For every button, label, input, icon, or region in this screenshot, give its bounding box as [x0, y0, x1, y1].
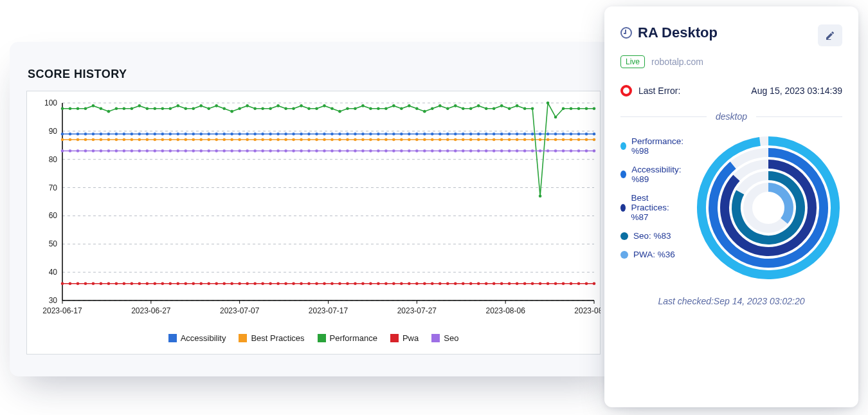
svg-point-127 — [253, 138, 257, 142]
svg-point-166 — [554, 138, 557, 142]
legend-item[interactable]: Seo — [431, 333, 458, 343]
svg-point-338 — [261, 149, 264, 152]
svg-point-199 — [269, 107, 272, 110]
svg-point-216 — [400, 107, 403, 110]
legend-label: Pwa — [402, 333, 419, 343]
legend-item[interactable]: Pwa — [390, 333, 419, 343]
svg-point-371 — [516, 149, 519, 152]
svg-point-348 — [338, 149, 341, 152]
svg-point-83 — [454, 133, 457, 136]
svg-point-339 — [269, 149, 272, 152]
site-url[interactable]: robotalp.com — [651, 57, 703, 67]
svg-point-267 — [253, 282, 257, 285]
svg-point-266 — [246, 282, 249, 285]
svg-point-80 — [431, 133, 434, 136]
svg-point-306 — [554, 282, 557, 285]
svg-point-375 — [547, 149, 550, 152]
svg-point-74 — [384, 133, 388, 136]
svg-point-120 — [199, 138, 203, 142]
svg-point-130 — [276, 138, 280, 142]
svg-point-237 — [562, 107, 565, 110]
svg-point-378 — [570, 149, 573, 152]
metric-item: Best Practices: %87 — [620, 193, 685, 222]
svg-point-142 — [369, 138, 372, 142]
svg-point-78 — [415, 133, 419, 136]
svg-point-39 — [115, 133, 118, 136]
svg-point-287 — [408, 282, 411, 285]
legend-item[interactable]: Best Practices — [239, 333, 304, 343]
svg-point-139 — [346, 138, 349, 142]
svg-point-32 — [61, 133, 64, 136]
score-history-line-chart[interactable]: 304050607080901002023-06-172023-06-27202… — [27, 91, 601, 329]
line-chart-card: 304050607080901002023-06-172023-06-27202… — [26, 91, 601, 355]
svg-point-225 — [469, 107, 473, 110]
svg-point-123 — [222, 138, 226, 142]
svg-point-323 — [146, 149, 149, 152]
svg-point-180 — [123, 107, 126, 110]
svg-point-342 — [292, 149, 295, 152]
svg-point-307 — [562, 282, 565, 285]
svg-point-62 — [292, 133, 295, 136]
svg-point-157 — [485, 138, 488, 142]
svg-point-373 — [531, 149, 534, 152]
svg-point-89 — [500, 133, 503, 136]
svg-point-258 — [184, 282, 187, 285]
svg-point-264 — [230, 282, 233, 285]
svg-point-360 — [431, 149, 434, 152]
svg-point-363 — [454, 149, 457, 152]
svg-point-60 — [276, 133, 280, 136]
edit-button[interactable] — [818, 24, 842, 46]
svg-point-368 — [493, 149, 496, 152]
svg-point-315 — [84, 149, 87, 152]
svg-point-282 — [369, 282, 372, 285]
legend-item[interactable]: Accessibility — [168, 333, 226, 343]
svg-point-101 — [593, 133, 596, 136]
svg-point-167 — [562, 138, 565, 142]
svg-point-138 — [338, 138, 341, 142]
svg-point-143 — [377, 138, 380, 142]
live-badge: Live — [620, 55, 645, 68]
svg-point-322 — [138, 149, 141, 152]
svg-point-369 — [500, 149, 503, 152]
svg-point-256 — [168, 282, 172, 285]
svg-point-182 — [138, 104, 141, 107]
svg-point-187 — [176, 104, 179, 107]
svg-point-53 — [222, 133, 226, 136]
svg-point-344 — [307, 149, 311, 152]
svg-point-268 — [261, 282, 264, 285]
svg-point-137 — [330, 138, 334, 142]
svg-point-302 — [523, 282, 527, 285]
svg-point-163 — [531, 138, 534, 142]
svg-point-221 — [439, 104, 442, 107]
legend-swatch — [168, 334, 177, 342]
svg-point-290 — [431, 282, 434, 285]
metrics-list: Performance: %98Accessibility: %89Best P… — [620, 134, 685, 259]
radial-gauge-chart[interactable] — [694, 134, 842, 282]
svg-point-134 — [307, 138, 311, 142]
legend-label: Performance — [330, 333, 377, 343]
legend-item[interactable]: Performance — [318, 333, 377, 343]
svg-point-200 — [276, 104, 280, 107]
svg-point-313 — [69, 149, 72, 152]
svg-text:80: 80 — [49, 155, 58, 164]
svg-point-112 — [138, 138, 141, 142]
svg-point-253 — [146, 282, 149, 285]
svg-point-38 — [107, 133, 111, 136]
svg-point-355 — [392, 149, 395, 152]
svg-point-197 — [253, 107, 257, 110]
svg-point-236 — [554, 116, 557, 119]
svg-point-151 — [439, 138, 442, 142]
svg-point-97 — [562, 133, 565, 136]
svg-point-260 — [199, 282, 203, 285]
svg-point-372 — [523, 149, 527, 152]
svg-point-224 — [462, 107, 465, 110]
svg-point-341 — [284, 149, 287, 152]
svg-point-49 — [192, 133, 195, 136]
svg-point-353 — [377, 149, 380, 152]
svg-point-37 — [100, 133, 103, 136]
svg-point-175 — [84, 107, 87, 110]
svg-point-358 — [415, 149, 419, 152]
svg-point-176 — [92, 104, 95, 107]
svg-point-343 — [300, 149, 303, 152]
svg-point-286 — [400, 282, 403, 285]
